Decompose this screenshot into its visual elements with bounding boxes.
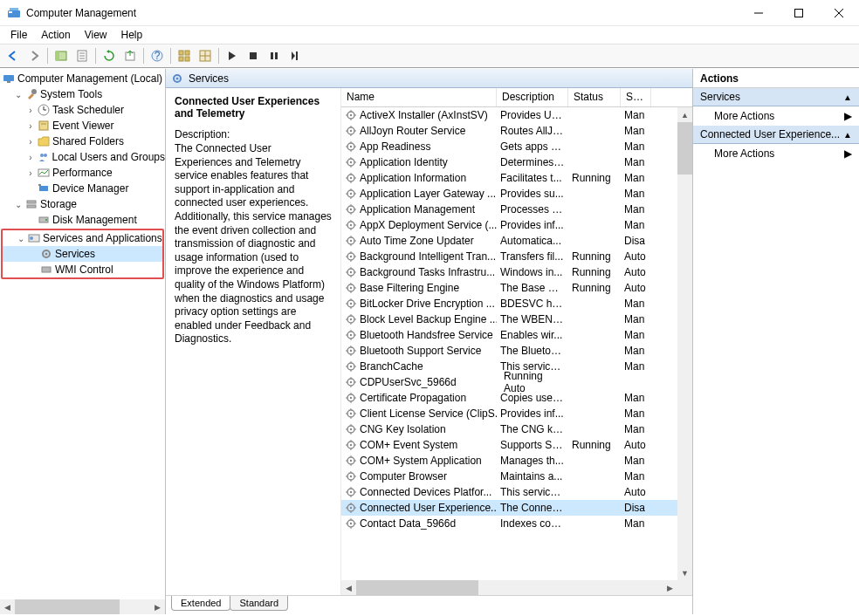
- tree-shared-folders[interactable]: ›Shared Folders: [0, 133, 165, 149]
- service-row[interactable]: Base Filtering EngineThe Base Fil...Runn…: [341, 280, 692, 296]
- service-row[interactable]: CDPUserSvc_5966dRunningAuto: [341, 374, 692, 390]
- svg-point-136: [350, 334, 352, 336]
- tree-local-users[interactable]: ›Local Users and Groups: [0, 149, 165, 165]
- collapse-icon[interactable]: ⌄: [12, 200, 24, 209]
- restart-button[interactable]: [285, 46, 305, 65]
- service-row[interactable]: Application ManagementProcesses in...Man: [341, 202, 692, 217]
- collapse-icon[interactable]: ⌄: [15, 234, 27, 243]
- service-row[interactable]: Background Tasks Infrastru...Windows in.…: [341, 264, 692, 280]
- tree-system-tools[interactable]: ⌄ System Tools: [0, 86, 165, 102]
- tree-hscroll[interactable]: ◀ ▶: [0, 599, 165, 614]
- service-row[interactable]: Connected Devices Platfor...This service…: [341, 484, 692, 500]
- menu-help[interactable]: Help: [114, 27, 150, 43]
- scroll-right-button[interactable]: ▶: [663, 580, 677, 595]
- service-row[interactable]: Certificate PropagationCopies user ...Ma…: [341, 390, 692, 406]
- service-row[interactable]: ActiveX Installer (AxInstSV)Provides Us.…: [341, 107, 692, 123]
- tree-event-viewer[interactable]: ›Event Viewer: [0, 118, 165, 133]
- tree-device-manager[interactable]: Device Manager: [0, 181, 165, 196]
- view-list-button[interactable]: [196, 46, 215, 65]
- collapse-icon[interactable]: ⌄: [12, 90, 24, 99]
- tab-extended[interactable]: Extended: [171, 596, 230, 611]
- service-row[interactable]: Application Layer Gateway ...Provides su…: [341, 186, 692, 202]
- play-button[interactable]: [223, 46, 242, 65]
- service-startup: Disa: [621, 502, 651, 514]
- service-row[interactable]: Auto Time Zone UpdaterAutomatica...Disa: [341, 233, 692, 249]
- minimize-button[interactable]: [739, 0, 779, 26]
- scroll-up-button[interactable]: ▲: [677, 107, 692, 122]
- svg-point-118: [350, 287, 352, 289]
- tree-storage[interactable]: ⌄Storage: [0, 196, 165, 212]
- forward-button[interactable]: [24, 46, 44, 65]
- menu-action[interactable]: Action: [34, 27, 77, 43]
- scroll-thumb[interactable]: [356, 580, 478, 595]
- tree-task-scheduler[interactable]: ›Task Scheduler: [0, 102, 165, 118]
- service-row[interactable]: Application InformationFacilitates t...R…: [341, 170, 692, 186]
- view-grid-button[interactable]: [175, 46, 194, 65]
- pause-button[interactable]: [265, 46, 284, 65]
- scroll-left-button[interactable]: ◀: [0, 599, 15, 614]
- service-row[interactable]: Computer BrowserMaintains a...Man: [341, 469, 692, 484]
- show-hide-button[interactable]: [52, 46, 71, 65]
- service-row[interactable]: BitLocker Drive Encryption ...BDESVC hos…: [341, 296, 692, 311]
- expand-icon[interactable]: ›: [24, 137, 37, 147]
- col-startup[interactable]: Start...: [621, 88, 651, 106]
- service-row[interactable]: Bluetooth Handsfree ServiceEnables wir..…: [341, 327, 692, 343]
- tree-services[interactable]: Services: [3, 246, 162, 262]
- actions-section-services[interactable]: Services ▲: [693, 88, 859, 106]
- refresh-button[interactable]: [100, 46, 119, 65]
- gear-icon: [345, 298, 357, 310]
- col-description[interactable]: Description: [497, 88, 568, 106]
- scroll-right-button[interactable]: ▶: [150, 599, 165, 614]
- col-status[interactable]: Status: [568, 88, 621, 106]
- back-button[interactable]: [3, 46, 23, 65]
- expand-icon[interactable]: ›: [24, 106, 37, 115]
- scroll-down-button[interactable]: ▼: [677, 565, 692, 580]
- col-name[interactable]: Name: [341, 88, 497, 106]
- service-row[interactable]: COM+ Event SystemSupports Sy...RunningAu…: [341, 437, 692, 453]
- actions-section-selected[interactable]: Connected User Experience... ▲: [693, 126, 859, 144]
- service-row[interactable]: AllJoyn Router ServiceRoutes AllJo...Man: [341, 123, 692, 139]
- expand-icon[interactable]: ›: [24, 168, 37, 178]
- tree-label: Services and Applications: [43, 232, 162, 244]
- tree-disk-management[interactable]: Disk Management: [0, 212, 165, 228]
- actions-more-services[interactable]: More Actions ▶: [693, 106, 859, 126]
- export-button[interactable]: [120, 46, 140, 65]
- service-row[interactable]: Application IdentityDetermines ...Man: [341, 154, 692, 170]
- expand-icon[interactable]: ›: [24, 121, 37, 131]
- stop-button[interactable]: [244, 46, 263, 65]
- gear-icon: [345, 455, 357, 467]
- tree-wmi-control[interactable]: WMI Control: [3, 262, 162, 277]
- service-row[interactable]: AppX Deployment Service (...Provides inf…: [341, 217, 692, 233]
- menu-view[interactable]: View: [78, 27, 114, 43]
- maximize-button[interactable]: [779, 0, 819, 26]
- service-row[interactable]: COM+ System ApplicationManages th...Man: [341, 453, 692, 469]
- tools-icon: [24, 87, 38, 101]
- expand-icon[interactable]: ›: [24, 153, 37, 162]
- tree-services-apps[interactable]: ⌄Services and Applications: [3, 230, 162, 246]
- svg-point-112: [350, 271, 352, 273]
- service-row[interactable]: Connected User Experience...The Connec..…: [341, 500, 692, 516]
- list-vscroll[interactable]: ▲ ▼: [677, 107, 692, 580]
- svg-rect-4: [795, 10, 803, 17]
- service-row[interactable]: Background Intelligent Tran...Transfers …: [341, 249, 692, 264]
- service-row[interactable]: Block Level Backup Engine ...The WBENG..…: [341, 311, 692, 327]
- service-row[interactable]: Bluetooth Support ServiceThe Bluetoo...M…: [341, 343, 692, 359]
- service-row[interactable]: CNG Key IsolationThe CNG ke...Man: [341, 421, 692, 437]
- tree-label: Disk Management: [52, 214, 137, 226]
- service-row[interactable]: App ReadinessGets apps re...Man: [341, 139, 692, 154]
- menu-file[interactable]: File: [3, 27, 34, 43]
- help-button[interactable]: ?: [148, 46, 167, 65]
- scroll-left-button[interactable]: ◀: [341, 580, 356, 595]
- close-button[interactable]: [819, 0, 859, 26]
- scroll-thumb[interactable]: [15, 599, 120, 614]
- list-hscroll[interactable]: ◀ ▶: [341, 580, 692, 595]
- service-row[interactable]: Client License Service (ClipS...Provides…: [341, 406, 692, 421]
- scroll-thumb[interactable]: [677, 122, 692, 175]
- tree-root[interactable]: Computer Management (Local): [0, 71, 165, 86]
- tree-performance[interactable]: ›Performance: [0, 165, 165, 181]
- service-row[interactable]: Contact Data_5966dIndexes con...Man: [341, 516, 692, 531]
- service-desc: Facilitates t...: [497, 172, 568, 184]
- properties-button[interactable]: [72, 46, 92, 65]
- tab-standard[interactable]: Standard: [230, 596, 288, 611]
- actions-more-selected[interactable]: More Actions ▶: [693, 144, 859, 163]
